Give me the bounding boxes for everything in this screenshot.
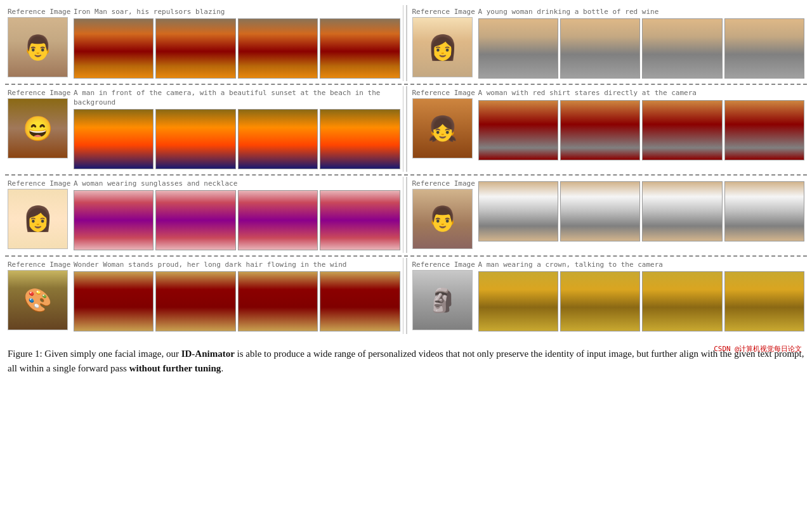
figure-wrapper: Reference Image 👨 Iron Man soar, his rep… (5, 5, 807, 379)
gen-img-2l3 (238, 109, 318, 169)
gen-img-2l1 (74, 109, 154, 169)
ref-label-3-right: Reference Image (412, 179, 475, 188)
gen-img-4r4 (724, 271, 804, 331)
gen-img-block-r3 (643, 19, 721, 78)
prompt-3-left: A woman wearing sunglasses and necklace (74, 179, 400, 188)
ref-face-fanbingbing: 👩 (8, 190, 67, 248)
grid-row-2: Reference Image 😄 A man in front of the … (5, 86, 807, 176)
gen-img-block-2r1 (479, 101, 558, 160)
gen-img-block-r2 (561, 19, 639, 78)
gen-images-2-right (478, 100, 805, 160)
gen-img-block-3r4 (725, 182, 804, 241)
ref-col-1-right: Reference Image 👩 (412, 8, 476, 77)
caption-text-before: Given simply one facial image, our (43, 349, 181, 359)
caption-figure-num: Figure 1: (8, 349, 43, 359)
ref-label-3-left: Reference Image (8, 179, 70, 188)
ref-face-will: 😄 (8, 99, 67, 158)
ref-image-2-left: 😄 (8, 98, 68, 158)
ref-label-4-right: Reference Image (412, 260, 475, 269)
half-right-2: Reference Image 👧 A woman with red shirt… (410, 86, 808, 172)
gen-images-3-left (74, 190, 400, 250)
ref-col-2-left: Reference Image 😄 (8, 89, 71, 158)
gen-img-block-3r3 (643, 182, 721, 241)
prompt-1-right: A young woman drinking a bottle of red w… (478, 8, 805, 16)
half-right-4: Reference Image 🗿 A man wearing a crown,… (410, 258, 808, 334)
ref-label-4-left: Reference Image (8, 260, 70, 269)
gen-img-3l2 (155, 190, 235, 250)
gen-img-4 (320, 18, 400, 79)
prompt-2-right: A woman with red shirt stares directly a… (478, 89, 805, 98)
gen-img-block-r4 (725, 19, 804, 78)
gen-img-3r4 (724, 181, 804, 241)
gen-img-block-3l2 (156, 191, 235, 250)
figure-container: Reference Image 👨 Iron Man soar, his rep… (5, 5, 807, 379)
gen-img-block-4r3 (643, 272, 721, 331)
ref-face-augustus: 🗿 (413, 271, 472, 330)
ref-image-1-right: 👩 (412, 17, 473, 77)
ref-col-1-left: Reference Image 👨 (8, 8, 71, 77)
gen-img-block-2r3 (643, 101, 721, 160)
gen-img-block-2l4 (320, 110, 399, 169)
caption-area: Figure 1: Given simply one facial image,… (5, 343, 807, 379)
gen-img-1 (74, 18, 154, 79)
gen-img-block-r1 (479, 19, 558, 78)
ref-face-monalisa: 🎨 (8, 271, 67, 330)
gen-img-r2 (560, 18, 640, 79)
content-col-3-left: A woman wearing sunglasses and necklace (74, 179, 400, 250)
gen-img-block-4l4 (320, 272, 399, 331)
gen-img-block-2r4 (725, 101, 804, 160)
face-emoji: 👨 (23, 34, 53, 61)
content-col-3-right (478, 179, 805, 241)
gen-img-3r2 (560, 181, 640, 241)
half-left-1: Reference Image 👨 Iron Man soar, his rep… (5, 5, 403, 81)
gen-img-block-2l2 (156, 110, 235, 169)
gen-img-4r2 (560, 271, 640, 331)
grid-row-1: Reference Image 👨 Iron Man soar, his rep… (5, 5, 807, 85)
grid-row-4: Reference Image 🎨 Wonder Woman stands pr… (5, 258, 807, 337)
gen-img-block-2l1 (74, 110, 153, 169)
gen-img-block-4l1 (74, 272, 153, 331)
face-emoji-taylor: 👩 (428, 34, 457, 61)
gen-img-block-4l3 (239, 272, 317, 331)
gen-img-block-2l3 (239, 110, 317, 169)
ref-label-2-right: Reference Image (412, 89, 475, 97)
ref-face-zendaya: 👧 (413, 99, 472, 158)
gen-img-2l4 (320, 109, 400, 169)
gen-img-4l3 (238, 271, 318, 331)
caption-text-end: . (221, 363, 223, 373)
gen-img-block-3 (239, 19, 317, 78)
half-left-4: Reference Image 🎨 Wonder Woman stands pr… (5, 258, 403, 334)
content-col-2-left: A man in front of the camera, with a bea… (74, 89, 400, 169)
gen-img-block-4r2 (561, 272, 639, 331)
gen-images-1-right (478, 18, 805, 79)
gen-images-1-left (74, 18, 400, 79)
prompt-2-left: A man in front of the camera, with a bea… (74, 89, 400, 107)
csdn-watermark: CSDN @计算机视觉每日论文 (714, 344, 802, 354)
content-col-4-right: A man wearing a crown, talking to the ca… (478, 260, 805, 331)
gen-img-block-2 (156, 19, 235, 78)
ref-col-3-right: Reference Image 👨 (412, 179, 476, 249)
separator-2 (406, 86, 407, 172)
face-emoji-monalisa: 🎨 (23, 287, 52, 314)
gen-images-3-right (478, 181, 805, 241)
ref-col-2-right: Reference Image 👧 (412, 89, 476, 158)
gen-img-block-4l2 (156, 272, 235, 331)
gen-img-2r3 (642, 100, 722, 160)
face-emoji-fan: 👩 (23, 205, 53, 233)
gen-img-2r1 (478, 100, 558, 160)
gen-img-block-3l4 (320, 191, 399, 250)
gen-img-block-4r1 (479, 272, 558, 331)
gen-img-3 (238, 18, 318, 79)
half-right-3: Reference Image 👨 (410, 177, 808, 253)
gen-img-block-3l1 (74, 191, 153, 250)
gen-img-r1 (478, 18, 558, 79)
prompt-4-left: Wonder Woman stands proud, her long dark… (74, 260, 400, 269)
ref-face-ironman: 👨 (8, 18, 67, 77)
face-emoji-zendaya: 👧 (428, 115, 457, 143)
ref-image-3-left: 👩 (8, 189, 68, 249)
gen-images-4-left (74, 271, 400, 331)
ref-image-4-left: 🎨 (8, 270, 68, 330)
half-left-2: Reference Image 😄 A man in front of the … (5, 86, 403, 172)
grid-row-3: Reference Image 👩 A woman wearing sungla… (5, 177, 807, 257)
gen-img-4l4 (320, 271, 400, 331)
